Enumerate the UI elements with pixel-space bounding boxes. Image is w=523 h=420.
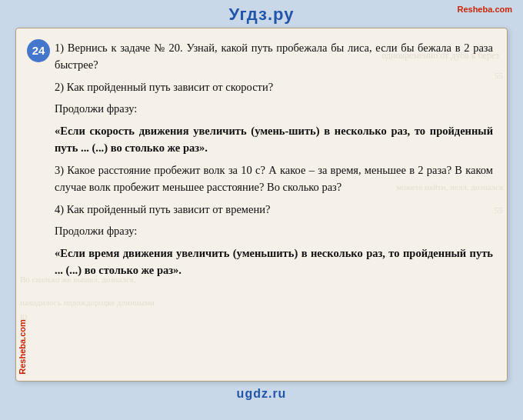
quote-1: «Если скорость движения увеличить (умень…	[55, 122, 493, 157]
site-title-top: Угдз.ру	[229, 5, 295, 24]
bottom-footer: ugdz.ru	[0, 382, 523, 404]
site-title-bottom: ugdz.ru	[237, 387, 287, 400]
paragraph-4: 4) Как пройденный путь зависит от времен…	[55, 201, 493, 218]
bg-text-2: 55	[495, 71, 503, 80]
bg-text-6: находилось подождородке длинными	[20, 298, 155, 307]
top-header: Угдз.ру Resheba.com	[0, 0, 523, 28]
bg-text-4: 55	[495, 205, 503, 215]
paragraph-2: 2) Как пройденный путь зависит от скорос…	[55, 78, 493, 95]
quote-2: «Если время движения увеличить (уменьшит…	[55, 245, 493, 279]
paragraph-4b: Продолжи фразу:	[55, 222, 493, 239]
main-card: одновременно от дуба к берез 55 можете н…	[15, 28, 508, 382]
paragraph-2b: Продолжи фразу:	[55, 100, 493, 117]
paragraph-3: 3) Какое расстояние пробежит волк за 10 …	[55, 162, 493, 196]
task-number: 24	[27, 39, 50, 62]
resheba-side-label: Resheba.com	[18, 319, 27, 375]
content: 1) Вернись к задаче № 20. Узнай, какой п…	[55, 39, 493, 279]
resheba-top-right: Resheba.com	[457, 5, 512, 14]
paragraph-1: 1) Вернись к задаче № 20. Узнай, какой п…	[55, 39, 493, 74]
